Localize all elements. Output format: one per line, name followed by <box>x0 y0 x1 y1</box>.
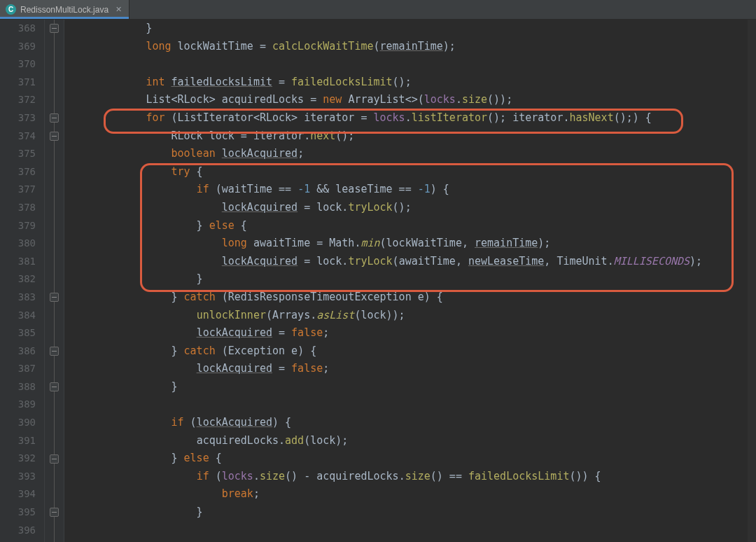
code-line[interactable]: acquiredLocks.add(lock); <box>70 432 756 450</box>
code-line[interactable]: lockAcquired = lock.tryLock(); <box>70 199 756 217</box>
code-line[interactable]: for (ListIterator<RLock> iterator = lock… <box>70 109 756 127</box>
code-line[interactable]: if (waitTime == -1 && leaseTime == -1) { <box>70 181 756 199</box>
code-line[interactable]: } <box>70 378 756 396</box>
token-kw: false <box>291 362 323 375</box>
token-param: remainTime <box>380 40 443 53</box>
token-pun: { <box>234 219 247 232</box>
code-line[interactable]: } else { <box>70 217 756 235</box>
code-line[interactable]: long lockWaitTime = calcLockWaitTime(rem… <box>70 38 756 56</box>
code-line[interactable]: } <box>70 503 756 522</box>
code-line[interactable]: lockAcquired = false; <box>70 324 756 342</box>
fold-toggle-icon[interactable] <box>50 24 59 33</box>
token-pun: = <box>272 326 291 339</box>
token-fn: hasNext <box>569 111 613 124</box>
token-param: lockAcquired <box>197 416 272 429</box>
token-field: locks <box>222 470 253 482</box>
fold-toggle-icon[interactable] <box>50 347 59 356</box>
token-id: lock <box>316 201 342 214</box>
code-line[interactable]: } catch (Exception e) { <box>70 342 756 361</box>
token-pun: ) { <box>430 183 449 195</box>
token-pun: && <box>310 183 335 195</box>
token-fn: unlockInner <box>197 309 266 321</box>
fold-column <box>45 20 64 542</box>
line-number: 384 <box>0 307 36 325</box>
code-line[interactable]: boolean lockAcquired; <box>70 145 756 163</box>
fold-slot <box>45 74 64 92</box>
line-number: 373 <box>0 109 36 127</box>
code-line[interactable]: break; <box>70 485 756 503</box>
token-kw: false <box>291 326 323 339</box>
token-id: iterator <box>512 111 563 124</box>
line-number: 382 <box>0 270 36 289</box>
code-editor[interactable]: 3683693703713723733743753763773783793803… <box>0 20 756 542</box>
fold-toggle-icon[interactable] <box>50 132 59 141</box>
code-line[interactable]: RLock lock = iterator.next(); <box>70 127 756 146</box>
token-kw: break <box>222 487 253 500</box>
token-pun: = <box>298 255 316 267</box>
code-line[interactable]: } <box>70 270 756 289</box>
token-pun: } <box>70 506 203 518</box>
token-id: > <box>209 93 222 106</box>
code-line[interactable] <box>70 55 756 74</box>
code-line[interactable] <box>70 522 756 540</box>
token-fn: tryLock <box>348 255 392 267</box>
code-line[interactable]: List<RLock> acquiredLocks = new ArrayLis… <box>70 91 756 109</box>
token-fn: next <box>310 130 335 142</box>
code-line[interactable]: try { <box>70 163 756 181</box>
fold-toggle-icon[interactable] <box>50 113 59 123</box>
line-number: 377 <box>0 181 36 199</box>
code-line[interactable]: } else { <box>70 450 756 468</box>
code-line[interactable]: lockAcquired = false; <box>70 360 756 378</box>
token-pun: (); <box>393 76 412 88</box>
vertical-scrollbar[interactable] <box>748 20 756 542</box>
token-pun: ; <box>323 362 329 375</box>
tab-bar: C RedissonMultiLock.java ✕ <box>0 0 756 20</box>
fold-toggle-icon[interactable] <box>50 382 59 391</box>
token-pun: , <box>462 237 475 249</box>
code-line[interactable]: if (lockAcquired) { <box>70 414 756 432</box>
code-line[interactable] <box>70 396 756 414</box>
close-icon[interactable]: ✕ <box>115 5 122 14</box>
token-const: MILLISECONDS <box>614 255 690 267</box>
token-pun: ( <box>266 309 272 321</box>
token-pun: . <box>253 470 260 482</box>
code-line[interactable]: } catch (RedisResponseTimeoutException e… <box>70 289 756 307</box>
code-line[interactable]: if (locks.size() - acquiredLocks.size() … <box>70 468 756 486</box>
token-pun <box>70 416 172 429</box>
code-line[interactable]: long awaitTime = Math.min(lockWaitTime, … <box>70 235 756 253</box>
token-pun: == <box>272 183 298 195</box>
token-kw: if <box>197 470 209 482</box>
token-num: -1 <box>418 183 430 195</box>
line-number: 390 <box>0 414 36 432</box>
code-line[interactable]: unlockInner(Arrays.asList(lock)); <box>70 307 756 325</box>
fold-slot <box>45 289 64 307</box>
token-pun: ); <box>335 434 348 447</box>
fold-slot <box>45 468 64 486</box>
token-pun: . <box>405 111 412 124</box>
token-pun: = <box>304 93 323 106</box>
token-pun <box>247 237 253 249</box>
token-fn: size <box>405 470 430 482</box>
token-fnI: asList <box>316 309 354 321</box>
fold-slot <box>45 360 64 378</box>
fold-toggle-icon[interactable] <box>50 293 59 302</box>
token-pun: = <box>354 111 373 124</box>
token-pun: () == <box>430 470 468 482</box>
line-number: 396 <box>0 522 36 540</box>
file-tab[interactable]: C RedissonMultiLock.java ✕ <box>0 0 130 19</box>
line-number: 371 <box>0 74 36 92</box>
token-pun <box>70 362 197 375</box>
line-number: 381 <box>0 253 36 271</box>
line-number: 393 <box>0 468 36 486</box>
token-param: newLeaseTime <box>468 255 544 267</box>
fold-toggle-icon[interactable] <box>50 508 59 517</box>
fold-toggle-icon[interactable] <box>50 454 59 464</box>
token-param: lockAcquired <box>197 362 272 375</box>
code-line[interactable]: int failedLocksLimit = failedLocksLimit(… <box>70 74 756 92</box>
code-line[interactable]: lockAcquired = lock.tryLock(awaitTime, n… <box>70 253 756 271</box>
token-pun: = <box>272 76 291 88</box>
token-pun: } <box>70 452 184 464</box>
token-pun: ) { <box>424 291 443 303</box>
code-line[interactable]: } <box>70 20 756 38</box>
code-area[interactable]: } long lockWaitTime = calcLockWaitTime(r… <box>64 20 756 542</box>
